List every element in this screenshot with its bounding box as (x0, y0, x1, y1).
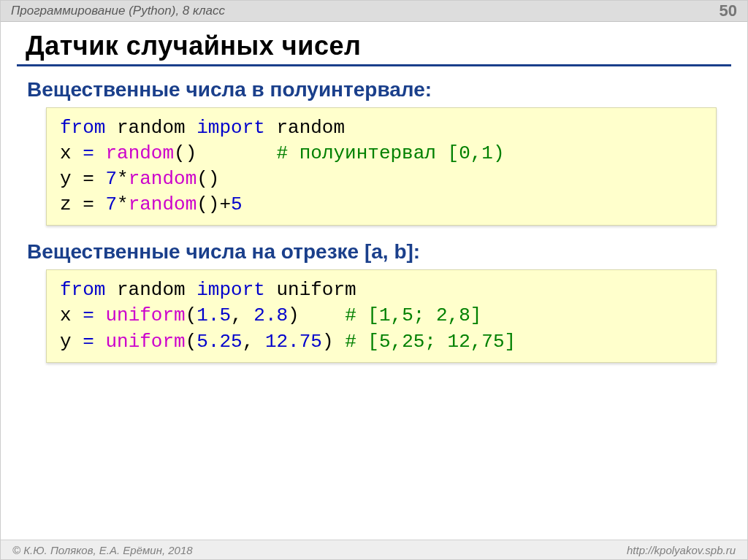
top-bar: Программирование (Python), 8 класс 50 (1, 1, 747, 22)
code-token: ( (186, 331, 197, 353)
code-token: , (231, 304, 253, 326)
code-token: x (60, 304, 83, 326)
code-token: y = (60, 168, 105, 190)
code-token: import (196, 279, 276, 301)
code-token: import (196, 117, 276, 139)
code-token: 1.5 (196, 304, 231, 326)
code-token: = (83, 142, 94, 164)
code-token: ) (322, 331, 345, 353)
code-token: ( (186, 304, 197, 326)
footer-url: http://kpolyakov.spb.ru (627, 544, 736, 556)
slide-title: Датчик случайных чисел (1, 22, 747, 64)
code-token: + (219, 193, 231, 215)
code-token: = (83, 331, 94, 353)
code-token: = (83, 304, 94, 326)
code-block-2: from random import uniform x = uniform(1… (46, 269, 717, 362)
code-token: () (196, 168, 219, 190)
code-token: uniform (94, 331, 186, 353)
slide-body: Вещественные числа в полуинтервале: from… (1, 74, 747, 540)
code-token: ) (288, 304, 345, 326)
code-token: , (243, 331, 265, 353)
code-token: # полуинтервал [0,1) (276, 142, 504, 164)
code-token: random (94, 142, 174, 164)
title-underline (17, 64, 731, 66)
footer-bar: © К.Ю. Поляков, Е.А. Ерёмин, 2018 http:/… (1, 540, 747, 559)
section2-heading: Вещественные числа на отрезке [a, b]: (27, 240, 731, 264)
code-token: from (60, 279, 117, 301)
code-token: 5 (231, 193, 243, 215)
code-token: # [5,25; 12,75] (345, 331, 516, 353)
code-token: uniform (94, 304, 186, 326)
slide: Программирование (Python), 8 класс 50 Да… (0, 0, 748, 560)
code-token: random (129, 168, 197, 190)
course-label: Программирование (Python), 8 класс (11, 4, 225, 18)
footer-copyright: © К.Ю. Поляков, Е.А. Ерёмин, 2018 (12, 544, 193, 556)
code-token: x (60, 142, 83, 164)
code-token: y (60, 331, 83, 353)
code-token: random (276, 117, 345, 139)
code-token: 12.75 (265, 331, 322, 353)
code-token: * (117, 168, 129, 190)
code-token: * (117, 193, 129, 215)
page-number: 50 (720, 1, 737, 20)
section1-heading: Вещественные числа в полуинтервале: (27, 78, 731, 101)
code-token: from (60, 117, 117, 139)
code-token: uniform (276, 279, 356, 301)
code-token: z = (60, 193, 105, 215)
code-token: 7 (105, 168, 117, 190)
code-token: # [1,5; 2,8] (345, 304, 481, 326)
code-token: 7 (105, 193, 117, 215)
code-token: () (174, 142, 276, 164)
code-token: random (129, 193, 197, 215)
code-token: 5.25 (196, 331, 242, 353)
code-token: random (117, 279, 196, 301)
code-token: () (196, 193, 219, 215)
code-block-1: from random import random x = random() #… (46, 107, 717, 226)
code-token: 2.8 (253, 304, 288, 326)
code-token: random (117, 117, 196, 139)
